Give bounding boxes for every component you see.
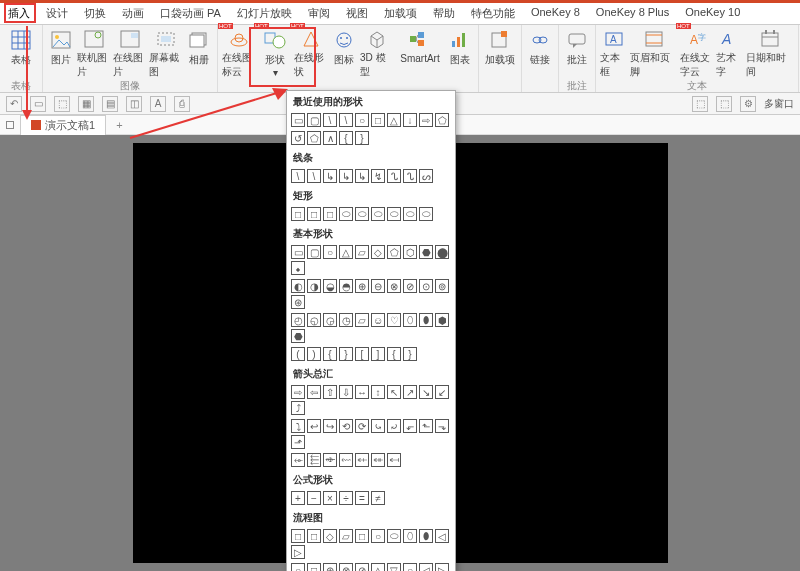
shape-item[interactable]: ▷: [291, 545, 305, 559]
qa-icon[interactable]: ↶: [6, 96, 22, 112]
tab-special[interactable]: 特色功能: [463, 3, 523, 24]
btn-album[interactable]: 相册: [185, 27, 213, 79]
shape-item[interactable]: ⬭: [387, 207, 401, 221]
shape-item[interactable]: ↔: [355, 385, 369, 399]
shape-item[interactable]: ⬮: [419, 313, 433, 327]
shape-item[interactable]: ◐: [291, 279, 305, 293]
tab-onekey10[interactable]: OneKey 10: [677, 3, 748, 24]
shape-item[interactable]: ⊕: [355, 279, 369, 293]
shape-item[interactable]: ○: [323, 245, 337, 259]
shape-item[interactable]: ↳: [355, 169, 369, 183]
btn-wordart[interactable]: A艺术字: [716, 27, 744, 79]
shape-item[interactable]: ↪: [323, 419, 337, 433]
shape-item[interactable]: ↕: [371, 385, 385, 399]
tab-review[interactable]: 审阅: [300, 3, 338, 24]
shape-item[interactable]: \: [291, 169, 305, 183]
shape-item[interactable]: ⬏: [291, 435, 305, 449]
shape-item[interactable]: ▽: [387, 563, 401, 571]
shape-item[interactable]: ▭: [291, 245, 305, 259]
shape-item[interactable]: ◁: [419, 563, 433, 571]
tab-addins[interactable]: 加载项: [376, 3, 425, 24]
shape-item[interactable]: □: [323, 207, 337, 221]
shape-item[interactable]: ⊕: [323, 563, 337, 571]
shape-item[interactable]: {: [323, 347, 337, 361]
shape-item[interactable]: }: [403, 347, 417, 361]
btn-header-footer[interactable]: 页眉和页脚: [630, 27, 678, 79]
shape-item[interactable]: ◵: [307, 313, 321, 327]
shape-item[interactable]: ⬠: [387, 245, 401, 259]
qa-icon[interactable]: ▭: [30, 96, 46, 112]
shape-item[interactable]: ⬭: [355, 207, 369, 221]
shape-item[interactable]: ▭: [291, 113, 305, 127]
qa-icon[interactable]: ⚙: [740, 96, 756, 112]
shape-item[interactable]: ): [307, 347, 321, 361]
shape-item[interactable]: ⇧: [323, 385, 337, 399]
shape-item[interactable]: ♡: [387, 313, 401, 327]
shape-item[interactable]: △: [339, 245, 353, 259]
shape-item[interactable]: ⤴: [291, 401, 305, 415]
shape-item[interactable]: ⬯: [403, 529, 417, 543]
shape-item[interactable]: □: [291, 207, 305, 221]
btn-table[interactable]: 表格: [4, 27, 38, 79]
shape-item[interactable]: \: [307, 169, 321, 183]
shape-item[interactable]: ⬯: [403, 313, 417, 327]
shape-item[interactable]: ▱: [339, 529, 353, 543]
shape-item[interactable]: ◇: [371, 245, 385, 259]
shape-item[interactable]: ⬭: [403, 207, 417, 221]
shape-item[interactable]: ⬣: [419, 245, 433, 259]
btn-online-image[interactable]: 在线图片: [113, 27, 147, 79]
shape-item[interactable]: ○: [371, 529, 385, 543]
shape-item[interactable]: ⊘: [403, 279, 417, 293]
btn-link[interactable]: 链接: [526, 27, 554, 79]
qa-icon[interactable]: ◫: [126, 96, 142, 112]
shape-item[interactable]: ⬑: [419, 419, 433, 433]
shape-item[interactable]: ⊛: [291, 295, 305, 309]
btn-comment[interactable]: 批注: [563, 27, 591, 79]
shape-item[interactable]: ⊗: [339, 563, 353, 571]
shape-item[interactable]: ⟳: [355, 419, 369, 433]
shape-item[interactable]: ⊘: [355, 563, 369, 571]
btn-addins[interactable]: 加载项: [483, 27, 517, 79]
shape-item[interactable]: ◴: [291, 313, 305, 327]
shape-item[interactable]: ⬭: [339, 207, 353, 221]
shape-item[interactable]: ○: [355, 113, 369, 127]
shape-item[interactable]: ⬭: [387, 529, 401, 543]
shape-item[interactable]: ×: [323, 491, 337, 505]
shape-item[interactable]: ◁: [435, 529, 449, 543]
qa-icon[interactable]: ⬚: [716, 96, 732, 112]
shape-item[interactable]: ⬠: [307, 131, 321, 145]
shape-item[interactable]: ↗: [403, 385, 417, 399]
btn-datetime[interactable]: 日期和时间: [746, 27, 794, 79]
shape-item[interactable]: ○: [403, 563, 417, 571]
shape-item[interactable]: ▷: [435, 563, 449, 571]
shape-item[interactable]: ⊙: [419, 279, 433, 293]
shape-item[interactable]: □: [307, 563, 321, 571]
btn-shapes[interactable]: 形状▾: [258, 27, 292, 79]
shape-item[interactable]: ∧: [323, 131, 337, 145]
shape-item[interactable]: ⬵: [371, 453, 385, 467]
shape-item[interactable]: ↯: [371, 169, 385, 183]
document-tab[interactable]: 演示文稿1: [20, 115, 106, 135]
shape-item[interactable]: ⬭: [371, 207, 385, 221]
shape-item[interactable]: □: [355, 529, 369, 543]
shape-item[interactable]: ▱: [355, 245, 369, 259]
btn-smartart[interactable]: SmartArt: [396, 27, 444, 79]
shape-item[interactable]: ↳: [339, 169, 353, 183]
shape-item[interactable]: □: [291, 529, 305, 543]
shape-item[interactable]: △: [387, 113, 401, 127]
shape-item[interactable]: \: [339, 113, 353, 127]
tab-insert[interactable]: 插入: [0, 3, 38, 24]
qa-icon[interactable]: ⎙: [174, 96, 190, 112]
shape-item[interactable]: ⬳: [339, 453, 353, 467]
shape-item[interactable]: ]: [371, 347, 385, 361]
shape-item[interactable]: ⇦: [307, 385, 321, 399]
qa-icon[interactable]: ▤: [102, 96, 118, 112]
btn-online-icon-cloud[interactable]: 在线图标云: [222, 27, 256, 79]
shape-item[interactable]: ⬮: [419, 529, 433, 543]
shape-item[interactable]: ⇩: [339, 385, 353, 399]
tab-pa[interactable]: 口袋动画 PA: [152, 3, 229, 24]
shape-item[interactable]: ▱: [355, 313, 369, 327]
btn-textbox[interactable]: A文本框: [600, 27, 628, 79]
shape-item[interactable]: ▢: [307, 245, 321, 259]
shape-item[interactable]: ⬤: [435, 245, 449, 259]
